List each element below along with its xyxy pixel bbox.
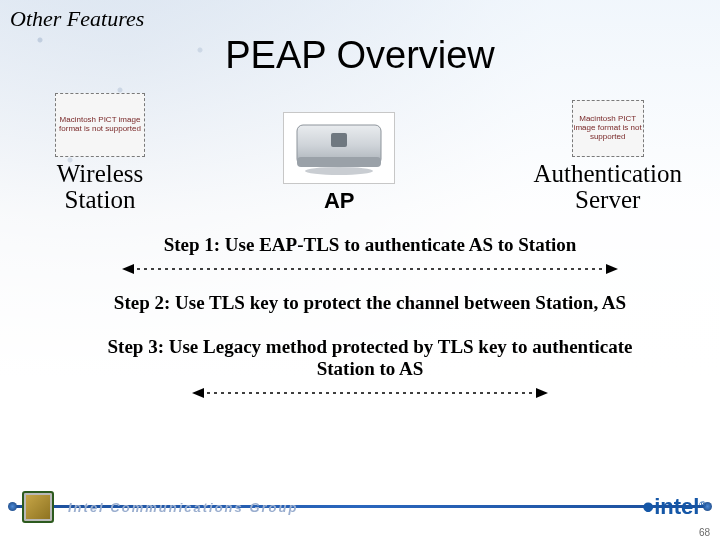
steps: Step 1: Use EAP-TLS to authenticate AS t… — [0, 234, 720, 400]
step-2-text: Step 2: Use TLS key to protect the chann… — [80, 292, 660, 314]
auth-server-label: Authentication Server — [533, 161, 682, 214]
pict-placeholder-icon: Macintosh PICT image format is not suppo… — [572, 100, 644, 157]
auth-server-node: Macintosh PICT image format is not suppo… — [533, 100, 682, 214]
step-1-text: Step 1: Use EAP-TLS to authenticate AS t… — [80, 234, 660, 256]
svg-rect-3 — [331, 133, 347, 147]
pict-placeholder-text: Macintosh PICT image format is not suppo… — [56, 116, 144, 134]
wireless-station-label: Wireless Station — [57, 161, 143, 214]
router-icon — [283, 112, 395, 184]
svg-marker-5 — [122, 264, 134, 274]
pict-placeholder-text: Macintosh PICT image format is not suppo… — [573, 115, 643, 141]
intel-logo-text: intel — [654, 494, 699, 519]
svg-marker-8 — [192, 388, 204, 398]
intel-logo-reg: ® — [699, 500, 706, 510]
pict-placeholder-icon: Macintosh PICT image format is not suppo… — [55, 93, 145, 157]
intel-logo: •intel® — [642, 494, 706, 520]
step-3-text: Step 3: Use Legacy method protected by T… — [80, 336, 660, 380]
wireless-station-node: Macintosh PICT image format is not suppo… — [55, 93, 145, 214]
chip-icon — [22, 491, 54, 523]
step-1-arrow — [80, 262, 660, 276]
svg-rect-1 — [297, 157, 381, 167]
footer-group-text: Intel Communications Group — [68, 500, 298, 515]
page-number: 68 — [699, 527, 710, 538]
intel-logo-dot: • — [642, 487, 654, 525]
ap-label: AP — [324, 188, 355, 214]
slide-title: PEAP Overview — [0, 34, 720, 77]
footer-bar: Intel Communications Group •intel® — [0, 492, 720, 522]
section-label: Other Features — [0, 0, 720, 32]
svg-marker-6 — [606, 264, 618, 274]
ap-node: AP — [283, 112, 395, 214]
svg-marker-9 — [536, 388, 548, 398]
step-3-arrow — [80, 386, 660, 400]
diagram-row: Macintosh PICT image format is not suppo… — [0, 83, 720, 214]
svg-point-2 — [305, 167, 373, 175]
